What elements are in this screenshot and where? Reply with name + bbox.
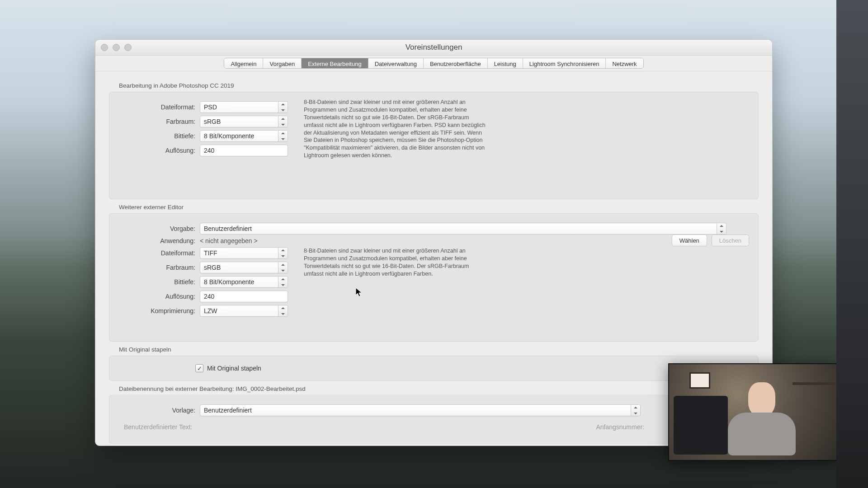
select-vorgabe[interactable]: Benutzerdefiniert: [200, 223, 726, 235]
select-value: 8 Bit/Komponente: [204, 278, 254, 286]
tab-netzwerk[interactable]: Netzwerk: [606, 58, 643, 68]
panel-filenaming: Vorlage: Benutzerdefiniert Benutzerdefin…: [109, 395, 759, 444]
label-farbraum-ext: Farbraum:: [118, 264, 200, 271]
label-aufloesung-ext: Auflösung:: [118, 293, 200, 300]
section-heading-external-editor: Weiterer externer Editor: [119, 204, 759, 211]
stepper-icon: [278, 262, 288, 273]
label-vorlage: Vorlage:: [118, 407, 200, 414]
checkbox-stack-original[interactable]: ✓: [195, 364, 203, 372]
preferences-tabbar: Allgemein Vorgaben Externe Bearbeitung D…: [95, 56, 772, 71]
label-anwendung: Anwendung:: [118, 237, 200, 244]
select-farbraum-ps[interactable]: sRGB: [200, 116, 288, 127]
section-heading-stack: Mit Original stapeln: [119, 346, 759, 353]
delete-app-button[interactable]: Löschen: [712, 235, 749, 246]
tab-benutzeroberflaeche[interactable]: Benutzeroberfläche: [424, 58, 488, 68]
select-value: Benutzerdefiniert: [204, 407, 252, 414]
select-bittiefe-ps[interactable]: 8 Bit/Komponente: [200, 130, 288, 142]
desktop-background: Voreinstellungen Allgemein Vorgaben Exte…: [0, 0, 868, 488]
stepper-icon: [278, 248, 288, 258]
label-vorgabe: Vorgabe:: [118, 225, 200, 232]
value-anwendung: < nicht angegeben >: [200, 237, 258, 244]
select-value: LZW: [204, 307, 217, 314]
input-aufloesung-ps[interactable]: [200, 145, 288, 156]
panel-photoshop-editing: Dateiformat: PSD Farbraum: sRGB Bittiefe…: [109, 92, 759, 199]
select-vorlage[interactable]: Benutzerdefiniert: [200, 404, 641, 416]
label-komprimierung: Komprimierung:: [118, 307, 200, 314]
window-title: Voreinstellungen: [95, 43, 772, 52]
select-value: sRGB: [204, 264, 221, 271]
stepper-icon: [717, 223, 726, 234]
select-komprimierung[interactable]: LZW: [200, 305, 288, 317]
tab-dateiverwaltung[interactable]: Dateiverwaltung: [368, 58, 424, 68]
label-dateiformat-ext: Dateiformat:: [118, 249, 200, 257]
select-dateiformat-ps[interactable]: PSD: [200, 101, 288, 113]
tab-externe-bearbeitung[interactable]: Externe Bearbeitung: [302, 58, 368, 68]
label-bittiefe: Bittiefe:: [118, 132, 200, 140]
presenter-person: [723, 382, 800, 460]
choose-app-button[interactable]: Wählen: [672, 235, 707, 246]
stepper-icon: [278, 277, 288, 287]
checkbox-label-stack: Mit Original stapeln: [207, 365, 261, 372]
label-aufloesung: Auflösung:: [118, 147, 200, 154]
section-heading-photoshop: Bearbeitung in Adobe Photoshop CC 2019: [119, 82, 759, 89]
tab-lightroom-synchronisieren[interactable]: Lightroom Synchronisieren: [523, 58, 606, 68]
webcam-overlay: [668, 363, 841, 461]
select-dateiformat-ext[interactable]: TIFF: [200, 247, 288, 259]
label-start-number: Anfangsnummer:: [596, 423, 644, 431]
label-bittiefe-ext: Bittiefe:: [118, 278, 200, 286]
tab-vorgaben[interactable]: Vorgaben: [263, 58, 302, 68]
stepper-icon: [278, 102, 288, 113]
select-value: PSD: [204, 103, 217, 111]
select-value: Benutzerdefiniert: [204, 225, 252, 232]
label-dateiformat: Dateiformat:: [118, 103, 200, 111]
select-value: TIFF: [204, 249, 217, 257]
window-titlebar: Voreinstellungen: [95, 40, 772, 56]
select-farbraum-ext[interactable]: sRGB: [200, 262, 288, 273]
label-farbraum: Farbraum:: [118, 118, 200, 125]
input-aufloesung-ext[interactable]: [200, 291, 288, 302]
select-value: 8 Bit/Komponente: [204, 132, 254, 140]
select-bittiefe-ext[interactable]: 8 Bit/Komponente: [200, 276, 288, 288]
stepper-icon: [631, 405, 640, 416]
section-heading-filenaming: Dateibenennung bei externer Bearbeitung:…: [119, 385, 759, 392]
tab-allgemein[interactable]: Allgemein: [224, 58, 263, 68]
hint-text-ps: 8-Bit-Dateien sind zwar kleiner und mit …: [304, 99, 487, 160]
wall-frame: [689, 372, 710, 389]
label-custom-text: Benutzerdefinierter Text:: [124, 423, 193, 431]
select-value: sRGB: [204, 118, 221, 125]
panel-stack: ✓ Mit Original stapeln: [109, 356, 759, 381]
stepper-icon: [278, 131, 288, 141]
desk-monitor: [674, 396, 728, 455]
tab-leistung[interactable]: Leistung: [488, 58, 523, 68]
stepper-icon: [278, 305, 288, 316]
panel-external-editor: Vorgabe: Benutzerdefiniert Anwendung: < …: [109, 213, 759, 342]
stepper-icon: [278, 116, 288, 127]
hint-text-ext: 8-Bit-Dateien sind zwar kleiner und mit …: [304, 247, 487, 278]
